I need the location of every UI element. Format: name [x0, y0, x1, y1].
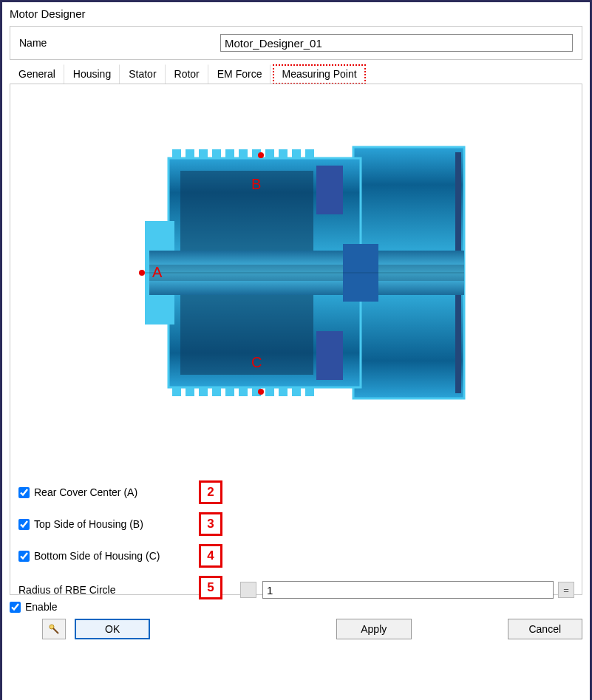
enable-label: Enable — [25, 601, 58, 613]
point-c-label: C — [251, 354, 262, 371]
ok-button[interactable]: OK — [75, 619, 150, 639]
cancel-button[interactable]: Cancel — [508, 619, 582, 639]
svg-rect-17 — [212, 387, 221, 396]
apply-button[interactable]: Apply — [336, 619, 411, 639]
check-rear-cover-a[interactable] — [18, 487, 30, 498]
radius-input[interactable] — [262, 581, 554, 599]
svg-rect-11 — [279, 149, 288, 158]
svg-rect-12 — [292, 149, 301, 158]
enable-checkbox[interactable] — [10, 602, 21, 613]
name-input[interactable] — [220, 34, 573, 52]
radius-row: Radius of RBE Circle = — [18, 581, 574, 599]
motor-svg — [132, 92, 467, 458]
tab-general[interactable]: General — [10, 64, 64, 84]
svg-rect-24 — [305, 387, 314, 396]
check-bottom-side-c-row: Bottom Side of Housing (C) — [18, 550, 160, 562]
tab-housing[interactable]: Housing — [64, 64, 120, 84]
svg-rect-19 — [239, 387, 248, 396]
svg-rect-5 — [199, 149, 208, 158]
tab-body: 1 — [10, 84, 582, 595]
svg-rect-18 — [225, 387, 234, 396]
callout-3: 3 — [199, 512, 222, 536]
svg-rect-23 — [292, 387, 301, 396]
check-bottom-side-c[interactable] — [18, 551, 30, 562]
check-rear-cover-a-row: Rear Cover Center (A) — [18, 486, 137, 498]
svg-rect-6 — [212, 149, 221, 158]
radius-picker-button[interactable] — [240, 582, 256, 598]
svg-rect-21 — [265, 387, 274, 396]
callout-4: 4 — [199, 544, 222, 568]
wand-icon — [47, 622, 61, 636]
tab-em-force[interactable]: EM Force — [208, 64, 271, 84]
point-b-marker — [258, 152, 264, 158]
svg-rect-8 — [239, 149, 248, 158]
svg-rect-14 — [172, 387, 181, 396]
svg-rect-22 — [279, 387, 288, 396]
svg-rect-4 — [186, 149, 194, 158]
buttons-row: OK Apply Cancel — [10, 614, 582, 639]
svg-rect-28 — [316, 331, 343, 380]
point-b-label: B — [251, 176, 261, 193]
svg-line-34 — [53, 628, 58, 633]
svg-rect-15 — [186, 387, 194, 396]
tab-rotor[interactable]: Rotor — [166, 64, 208, 84]
check-top-side-b-label: Top Side of Housing (B) — [34, 518, 143, 530]
point-a-marker — [139, 270, 145, 276]
svg-rect-10 — [265, 149, 274, 158]
svg-rect-3 — [172, 149, 181, 158]
check-top-side-b[interactable] — [18, 519, 30, 530]
point-a-label: A — [152, 264, 162, 281]
radius-eq-button[interactable]: = — [558, 582, 574, 598]
callout-2: 2 — [199, 480, 222, 504]
enable-row: Enable — [10, 599, 582, 614]
point-c-marker — [258, 389, 264, 395]
svg-rect-16 — [199, 387, 208, 396]
motor-diagram: B A C — [132, 92, 467, 458]
window-title: Motor Designer — [2, 2, 590, 26]
svg-rect-13 — [305, 149, 314, 158]
check-rear-cover-a-label: Rear Cover Center (A) — [34, 486, 137, 498]
check-top-side-b-row: Top Side of Housing (B) — [18, 518, 143, 530]
tab-stator[interactable]: Stator — [120, 64, 165, 84]
svg-rect-7 — [225, 149, 234, 158]
help-icon-button[interactable] — [42, 619, 66, 639]
radius-label: Radius of RBE Circle — [18, 584, 196, 596]
tab-bar: General Housing Stator Rotor EM Force Me… — [10, 64, 582, 84]
svg-rect-27 — [316, 166, 343, 214]
check-bottom-side-c-label: Bottom Side of Housing (C) — [34, 550, 160, 562]
name-row: Name — [10, 26, 582, 60]
name-label: Name — [19, 37, 220, 49]
tab-measuring-point[interactable]: Measuring Point — [273, 64, 365, 84]
